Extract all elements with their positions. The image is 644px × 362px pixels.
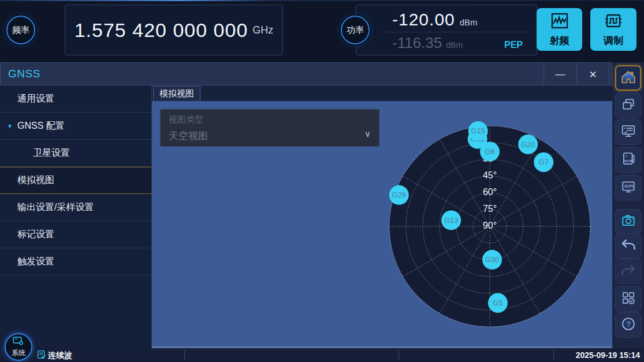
elevation-label: 90° (483, 221, 497, 230)
menu-label: 输出设置/采样设置 (17, 201, 94, 214)
sky-view-chart: 30°45°60°75°90°G21G15G6G20G7G29G13G30G5 (383, 120, 597, 333)
window-title: GNSS (1, 68, 40, 80)
undo-button[interactable] (615, 233, 641, 259)
menu-label: 触发设置 (17, 256, 54, 268)
menu-label: GNSS 配置 (17, 120, 65, 132)
window-titlebar[interactable]: GNSS — ✕ (0, 62, 612, 85)
satellite-marker: G5 (488, 293, 508, 313)
satellite-label: G6 (485, 147, 494, 156)
windows-layers-icon (621, 97, 636, 114)
help-button[interactable]: ? (615, 312, 641, 338)
scpi-monitor-button[interactable]: SCPI (615, 175, 641, 200)
satellite-label: G20 (521, 140, 535, 149)
signal-mode-indicator: 连续波 (36, 349, 72, 362)
expand-arrow-icon: ▼ (7, 123, 13, 129)
satellite-label: G13 (444, 216, 459, 225)
sidebar-item-marker-settings[interactable]: 标记设置 (0, 221, 151, 248)
close-button[interactable]: ✕ (576, 63, 609, 86)
power-pep-row: -116.35 dBm PEP (382, 32, 528, 52)
frequency-value: 1.575 420 000 000 (75, 19, 248, 42)
power-badge[interactable]: 功率 (341, 16, 370, 44)
frequency-badge-label: 频率 (12, 25, 29, 36)
elevation-label: 60° (483, 187, 497, 197)
datetime-label: 2025-09-19 15:14 (576, 350, 640, 360)
frequency-display[interactable]: 1.575 420 000 000 GHz (65, 5, 283, 55)
camera-icon (621, 213, 636, 230)
instrument-config-button[interactable] (615, 120, 641, 145)
tab-simulation-view[interactable]: 模拟视图 (153, 86, 200, 101)
help-glyph: ? (626, 320, 630, 329)
power-value: -120.00 (392, 10, 455, 29)
satellite-marker: G13 (441, 210, 461, 230)
satellite-marker: G7 (534, 152, 553, 172)
sidebar-item-gnss-config[interactable]: ▼ GNSS 配置 (0, 113, 151, 140)
minimize-icon: — (556, 69, 565, 80)
cw-mode-icon (36, 349, 46, 362)
satellite-label: G7 (539, 158, 549, 166)
screen: 频率 1.575 420 000 000 GHz 功率 -120.00 dBm … (0, 0, 644, 362)
frequency-badge[interactable]: 频率 (6, 16, 35, 44)
system-button[interactable]: 系统 (5, 333, 32, 361)
pep-label: PEP (504, 40, 523, 50)
right-toolbar: > SCPI SCPI (612, 62, 644, 348)
system-button-label: 系统 (12, 348, 25, 358)
tab-label: 模拟视图 (159, 88, 194, 99)
menu-label: 卫星设置 (33, 147, 70, 159)
satellite-marker: G15 (468, 121, 488, 141)
power-main-row: -120.00 dBm (382, 9, 528, 32)
mode-label: 连续波 (48, 350, 72, 361)
sidebar-item-satellite-settings[interactable]: 卫星设置 (0, 140, 151, 167)
statusbar-divider (184, 350, 185, 360)
close-icon: ✕ (589, 69, 597, 81)
undo-icon (620, 237, 636, 255)
menu-label: 标记设置 (17, 229, 54, 241)
rf-toggle-button[interactable]: 射频 (537, 8, 582, 51)
modulation-button-label: 调制 (604, 34, 623, 47)
rf-button-label: 射频 (550, 34, 569, 47)
redo-button[interactable] (615, 259, 641, 284)
windows-button[interactable] (615, 93, 641, 118)
gnss-window: GNSS — ✕ 通用设置 ▼ GNSS 配置 卫星设置 模拟视图 (0, 62, 612, 348)
home-button[interactable] (615, 65, 641, 91)
chevron-down-icon: ∨ (364, 129, 371, 139)
screenshot-button[interactable] (615, 209, 641, 234)
svg-text:>: > (625, 154, 627, 158)
modulation-toggle-button[interactable]: 调制 (590, 8, 636, 51)
view-type-value: 天空视图 (169, 129, 371, 143)
satellite-marker: G6 (480, 141, 500, 161)
sidebar-menu: 通用设置 ▼ GNSS 配置 卫星设置 模拟视图 输出设置/采样设置 标记设置 … (0, 85, 152, 348)
sidebar-item-output-sampling-settings[interactable]: 输出设置/采样设置 (0, 194, 151, 221)
satellite-marker: G29 (389, 185, 409, 205)
rf-waveform-icon (550, 12, 569, 32)
power-display[interactable]: -120.00 dBm -116.35 dBm PEP (356, 5, 537, 55)
home-icon (620, 69, 636, 87)
scpi-file-icon: > SCPI (621, 151, 636, 169)
system-icon (12, 336, 25, 349)
modulation-pulse-icon (604, 12, 623, 32)
power-unit: dBm (460, 17, 478, 27)
scpi-file-button[interactable]: > SCPI (615, 147, 641, 173)
monitor-settings-icon (621, 124, 636, 141)
top-bar: 频率 1.575 420 000 000 GHz 功率 -120.00 dBm … (0, 0, 644, 62)
view-type-label: 视图类型 (169, 114, 371, 125)
statusbar-divider (399, 350, 399, 360)
pep-unit: dBm (446, 40, 463, 50)
pep-value: -116.35 (392, 34, 442, 52)
help-icon: ? (620, 316, 636, 334)
menu-label: 通用设置 (17, 93, 54, 105)
svg-text:SCPI: SCPI (624, 184, 633, 188)
sidebar-item-trigger-settings[interactable]: 触发设置 (0, 248, 151, 275)
satellite-label: G29 (392, 191, 407, 199)
redo-icon (620, 262, 636, 281)
satellite-marker: G20 (518, 135, 538, 154)
tab-row: 模拟视图 (152, 85, 612, 101)
menu-label: 模拟视图 (17, 174, 54, 186)
sidebar-item-general-settings[interactable]: 通用设置 (0, 85, 151, 113)
sidebar-item-simulation-view[interactable]: 模拟视图 (0, 167, 151, 194)
view-type-dropdown[interactable]: 视图类型 天空视图 ∨ (160, 109, 379, 147)
power-badge-label: 功率 (347, 25, 364, 36)
apps-check-button[interactable] (615, 286, 641, 312)
elevation-label: 45° (483, 170, 497, 180)
satellite-label: G5 (493, 298, 502, 307)
minimize-button[interactable]: — (544, 63, 576, 86)
